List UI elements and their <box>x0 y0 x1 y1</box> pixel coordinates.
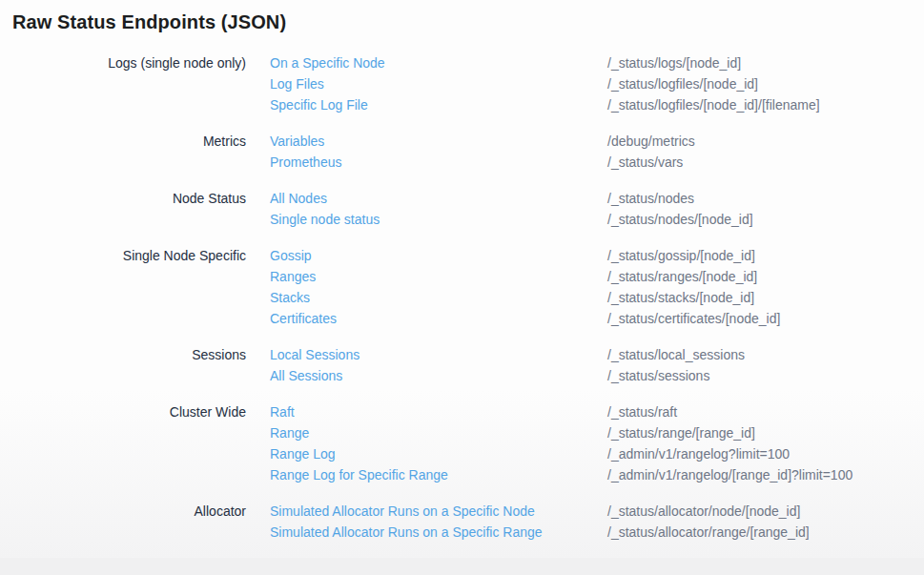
endpoint-link[interactable]: Variables <box>270 131 324 152</box>
paths-column: /_status/local_sessions/_status/sessions <box>607 344 745 386</box>
endpoint-path: /_status/logs/[node_id] <box>607 52 820 73</box>
links-column: GossipRangesStacksCertificates <box>270 245 607 329</box>
links-column: All NodesSingle node status <box>270 188 607 230</box>
endpoint-link[interactable]: Gossip <box>270 245 312 266</box>
endpoint-section: Cluster Wide RaftRangeRange LogRange Log… <box>12 401 924 485</box>
endpoint-path: /_status/logfiles/[node_id]/[filename] <box>607 94 820 115</box>
endpoint-path: /_status/allocator/node/[node_id] <box>607 501 810 522</box>
links-column: VariablesPrometheus <box>270 131 607 173</box>
links-column: On a Specific NodeLog FilesSpecific Log … <box>270 52 607 115</box>
endpoint-section: Single Node Specific GossipRangesStacksC… <box>12 245 924 329</box>
section-category: Logs (single node only) <box>12 52 246 73</box>
endpoint-path: /_admin/v1/rangelog?limit=100 <box>607 443 852 464</box>
endpoint-link[interactable]: Specific Log File <box>270 94 368 115</box>
endpoint-link[interactable]: Range <box>270 422 309 443</box>
endpoint-section: Node Status All NodesSingle node status … <box>12 188 924 230</box>
paths-column: /_status/raft/_status/range/[range_id]/_… <box>607 401 852 485</box>
links-column: RaftRangeRange LogRange Log for Specific… <box>270 401 607 485</box>
endpoint-path: /_status/local_sessions <box>607 344 745 365</box>
paths-column: /debug/metrics/_status/vars <box>607 131 695 173</box>
endpoint-path: /_status/ranges/[node_id] <box>607 266 780 287</box>
endpoint-link[interactable]: On a Specific Node <box>270 52 385 73</box>
endpoint-link[interactable]: Simulated Allocator Runs on a Specific R… <box>270 522 543 543</box>
section-category: Cluster Wide <box>12 401 246 422</box>
paths-column: /_status/logs/[node_id]/_status/logfiles… <box>607 52 820 115</box>
endpoint-path: /_status/allocator/range/[range_id] <box>607 522 810 543</box>
section-category: Allocator <box>12 501 246 522</box>
endpoint-link[interactable]: Log Files <box>270 73 324 94</box>
paths-column: /_status/allocator/node/[node_id]/_statu… <box>607 501 810 543</box>
footer-strip <box>0 558 924 575</box>
links-column: Simulated Allocator Runs on a Specific N… <box>270 501 607 543</box>
endpoint-link[interactable]: Stacks <box>270 287 310 308</box>
links-column: Local SessionsAll Sessions <box>270 344 607 386</box>
endpoint-link[interactable]: Single node status <box>270 209 380 230</box>
endpoint-section: Logs (single node only) On a Specific No… <box>12 52 924 115</box>
endpoint-link[interactable]: All Nodes <box>270 188 327 209</box>
endpoints-table: Logs (single node only) On a Specific No… <box>12 52 924 543</box>
endpoint-link[interactable]: Raft <box>270 401 295 422</box>
section-category: Sessions <box>12 344 246 365</box>
section-category: Single Node Specific <box>12 245 246 266</box>
endpoint-path: /_status/certificates/[node_id] <box>607 308 780 329</box>
endpoint-path: /_status/raft <box>607 401 852 422</box>
endpoint-path: /_status/sessions <box>607 365 745 386</box>
endpoint-path: /_status/nodes <box>607 188 753 209</box>
endpoint-link[interactable]: Local Sessions <box>270 344 359 365</box>
page-title: Raw Status Endpoints (JSON) <box>12 8 924 36</box>
endpoint-path: /debug/metrics <box>607 131 695 152</box>
endpoint-path: /_admin/v1/rangelog/[range_id]?limit=100 <box>607 464 852 485</box>
endpoint-path: /_status/gossip/[node_id] <box>607 245 780 266</box>
endpoint-section: Sessions Local SessionsAll Sessions /_st… <box>12 344 924 386</box>
endpoint-path: /_status/stacks/[node_id] <box>607 287 780 308</box>
endpoint-link[interactable]: Ranges <box>270 266 316 287</box>
page: Raw Status Endpoints (JSON) Logs (single… <box>0 0 924 558</box>
endpoint-link[interactable]: All Sessions <box>270 365 342 386</box>
endpoint-section: Allocator Simulated Allocator Runs on a … <box>12 501 924 543</box>
paths-column: /_status/gossip/[node_id]/_status/ranges… <box>607 245 780 329</box>
endpoint-path: /_status/vars <box>607 152 695 173</box>
endpoint-path: /_status/range/[range_id] <box>607 422 852 443</box>
endpoint-path: /_status/logfiles/[node_id] <box>607 73 820 94</box>
endpoint-link[interactable]: Range Log for Specific Range <box>270 464 448 485</box>
endpoint-link[interactable]: Certificates <box>270 308 337 329</box>
endpoint-link[interactable]: Range Log <box>270 443 336 464</box>
endpoint-link[interactable]: Simulated Allocator Runs on a Specific N… <box>270 501 535 522</box>
endpoint-link[interactable]: Prometheus <box>270 152 341 173</box>
endpoint-section: Metrics VariablesPrometheus /debug/metri… <box>12 131 924 173</box>
endpoint-path: /_status/nodes/[node_id] <box>607 209 753 230</box>
section-category: Metrics <box>12 131 246 152</box>
paths-column: /_status/nodes/_status/nodes/[node_id] <box>607 188 753 230</box>
section-category: Node Status <box>12 188 246 209</box>
